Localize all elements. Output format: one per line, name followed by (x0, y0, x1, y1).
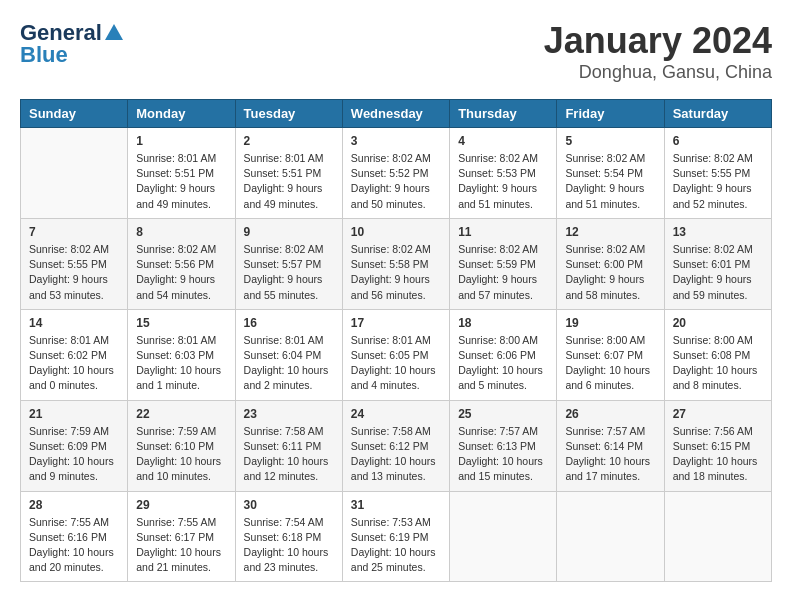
calendar-day-cell: 19Sunrise: 8:00 AM Sunset: 6:07 PM Dayli… (557, 309, 664, 400)
calendar-day-cell: 28Sunrise: 7:55 AM Sunset: 6:16 PM Dayli… (21, 491, 128, 582)
day-info: Sunrise: 8:02 AM Sunset: 5:58 PM Dayligh… (351, 242, 441, 303)
day-info: Sunrise: 8:02 AM Sunset: 5:55 PM Dayligh… (29, 242, 119, 303)
calendar-day-cell: 15Sunrise: 8:01 AM Sunset: 6:03 PM Dayli… (128, 309, 235, 400)
svg-marker-0 (105, 24, 123, 40)
day-info: Sunrise: 8:00 AM Sunset: 6:06 PM Dayligh… (458, 333, 548, 394)
day-info: Sunrise: 7:55 AM Sunset: 6:17 PM Dayligh… (136, 515, 226, 576)
weekday-header: Thursday (450, 100, 557, 128)
calendar-week-row: 28Sunrise: 7:55 AM Sunset: 6:16 PM Dayli… (21, 491, 772, 582)
weekday-header: Friday (557, 100, 664, 128)
day-info: Sunrise: 8:02 AM Sunset: 6:00 PM Dayligh… (565, 242, 655, 303)
day-info: Sunrise: 8:02 AM Sunset: 5:55 PM Dayligh… (673, 151, 763, 212)
calendar-day-cell: 20Sunrise: 8:00 AM Sunset: 6:08 PM Dayli… (664, 309, 771, 400)
calendar-day-cell: 14Sunrise: 8:01 AM Sunset: 6:02 PM Dayli… (21, 309, 128, 400)
day-info: Sunrise: 8:01 AM Sunset: 5:51 PM Dayligh… (244, 151, 334, 212)
day-info: Sunrise: 7:59 AM Sunset: 6:09 PM Dayligh… (29, 424, 119, 485)
day-number: 9 (244, 225, 334, 239)
calendar-week-row: 21Sunrise: 7:59 AM Sunset: 6:09 PM Dayli… (21, 400, 772, 491)
calendar-day-cell: 21Sunrise: 7:59 AM Sunset: 6:09 PM Dayli… (21, 400, 128, 491)
weekday-header: Wednesday (342, 100, 449, 128)
calendar-table: SundayMondayTuesdayWednesdayThursdayFrid… (20, 99, 772, 582)
day-number: 1 (136, 134, 226, 148)
calendar-day-cell: 13Sunrise: 8:02 AM Sunset: 6:01 PM Dayli… (664, 218, 771, 309)
day-number: 23 (244, 407, 334, 421)
calendar-week-row: 1Sunrise: 8:01 AM Sunset: 5:51 PM Daylig… (21, 128, 772, 219)
month-title: January 2024 (544, 20, 772, 62)
calendar-day-cell: 18Sunrise: 8:00 AM Sunset: 6:06 PM Dayli… (450, 309, 557, 400)
calendar-day-cell: 3Sunrise: 8:02 AM Sunset: 5:52 PM Daylig… (342, 128, 449, 219)
calendar-day-cell: 26Sunrise: 7:57 AM Sunset: 6:14 PM Dayli… (557, 400, 664, 491)
day-number: 4 (458, 134, 548, 148)
day-number: 19 (565, 316, 655, 330)
day-number: 31 (351, 498, 441, 512)
calendar-week-row: 14Sunrise: 8:01 AM Sunset: 6:02 PM Dayli… (21, 309, 772, 400)
calendar-day-cell: 25Sunrise: 7:57 AM Sunset: 6:13 PM Dayli… (450, 400, 557, 491)
day-info: Sunrise: 8:02 AM Sunset: 6:01 PM Dayligh… (673, 242, 763, 303)
day-number: 24 (351, 407, 441, 421)
calendar-day-cell: 9Sunrise: 8:02 AM Sunset: 5:57 PM Daylig… (235, 218, 342, 309)
day-info: Sunrise: 7:56 AM Sunset: 6:15 PM Dayligh… (673, 424, 763, 485)
calendar-day-cell: 10Sunrise: 8:02 AM Sunset: 5:58 PM Dayli… (342, 218, 449, 309)
weekday-header: Saturday (664, 100, 771, 128)
day-info: Sunrise: 7:55 AM Sunset: 6:16 PM Dayligh… (29, 515, 119, 576)
day-number: 27 (673, 407, 763, 421)
calendar-day-cell: 6Sunrise: 8:02 AM Sunset: 5:55 PM Daylig… (664, 128, 771, 219)
calendar-day-cell (450, 491, 557, 582)
day-info: Sunrise: 7:57 AM Sunset: 6:14 PM Dayligh… (565, 424, 655, 485)
day-number: 20 (673, 316, 763, 330)
logo: General Blue (20, 20, 126, 68)
logo-blue: Blue (20, 42, 68, 68)
calendar-day-cell: 8Sunrise: 8:02 AM Sunset: 5:56 PM Daylig… (128, 218, 235, 309)
calendar-day-cell: 31Sunrise: 7:53 AM Sunset: 6:19 PM Dayli… (342, 491, 449, 582)
day-info: Sunrise: 7:59 AM Sunset: 6:10 PM Dayligh… (136, 424, 226, 485)
day-number: 22 (136, 407, 226, 421)
day-number: 10 (351, 225, 441, 239)
calendar-day-cell: 5Sunrise: 8:02 AM Sunset: 5:54 PM Daylig… (557, 128, 664, 219)
day-info: Sunrise: 7:58 AM Sunset: 6:11 PM Dayligh… (244, 424, 334, 485)
day-number: 17 (351, 316, 441, 330)
calendar-day-cell (664, 491, 771, 582)
day-info: Sunrise: 8:01 AM Sunset: 6:05 PM Dayligh… (351, 333, 441, 394)
day-info: Sunrise: 7:54 AM Sunset: 6:18 PM Dayligh… (244, 515, 334, 576)
location-title: Donghua, Gansu, China (544, 62, 772, 83)
day-number: 8 (136, 225, 226, 239)
day-number: 3 (351, 134, 441, 148)
title-block: January 2024 Donghua, Gansu, China (544, 20, 772, 83)
day-info: Sunrise: 8:02 AM Sunset: 5:53 PM Dayligh… (458, 151, 548, 212)
day-number: 29 (136, 498, 226, 512)
day-info: Sunrise: 8:02 AM Sunset: 5:56 PM Dayligh… (136, 242, 226, 303)
day-info: Sunrise: 8:00 AM Sunset: 6:07 PM Dayligh… (565, 333, 655, 394)
weekday-header: Tuesday (235, 100, 342, 128)
calendar-day-cell: 27Sunrise: 7:56 AM Sunset: 6:15 PM Dayli… (664, 400, 771, 491)
calendar-day-cell (21, 128, 128, 219)
day-number: 21 (29, 407, 119, 421)
calendar-day-cell: 7Sunrise: 8:02 AM Sunset: 5:55 PM Daylig… (21, 218, 128, 309)
page-header: General Blue January 2024 Donghua, Gansu… (20, 20, 772, 83)
day-info: Sunrise: 7:53 AM Sunset: 6:19 PM Dayligh… (351, 515, 441, 576)
day-info: Sunrise: 7:58 AM Sunset: 6:12 PM Dayligh… (351, 424, 441, 485)
calendar-week-row: 7Sunrise: 8:02 AM Sunset: 5:55 PM Daylig… (21, 218, 772, 309)
weekday-header: Monday (128, 100, 235, 128)
day-number: 16 (244, 316, 334, 330)
logo-icon (103, 22, 125, 44)
day-info: Sunrise: 8:00 AM Sunset: 6:08 PM Dayligh… (673, 333, 763, 394)
day-info: Sunrise: 8:02 AM Sunset: 5:54 PM Dayligh… (565, 151, 655, 212)
day-number: 11 (458, 225, 548, 239)
day-number: 25 (458, 407, 548, 421)
day-number: 15 (136, 316, 226, 330)
calendar-day-cell: 30Sunrise: 7:54 AM Sunset: 6:18 PM Dayli… (235, 491, 342, 582)
calendar-day-cell: 11Sunrise: 8:02 AM Sunset: 5:59 PM Dayli… (450, 218, 557, 309)
day-number: 28 (29, 498, 119, 512)
calendar-day-cell: 1Sunrise: 8:01 AM Sunset: 5:51 PM Daylig… (128, 128, 235, 219)
day-number: 6 (673, 134, 763, 148)
day-number: 12 (565, 225, 655, 239)
calendar-day-cell: 24Sunrise: 7:58 AM Sunset: 6:12 PM Dayli… (342, 400, 449, 491)
day-number: 26 (565, 407, 655, 421)
calendar-day-cell: 23Sunrise: 7:58 AM Sunset: 6:11 PM Dayli… (235, 400, 342, 491)
calendar-day-cell: 12Sunrise: 8:02 AM Sunset: 6:00 PM Dayli… (557, 218, 664, 309)
day-info: Sunrise: 8:01 AM Sunset: 6:04 PM Dayligh… (244, 333, 334, 394)
calendar-day-cell: 16Sunrise: 8:01 AM Sunset: 6:04 PM Dayli… (235, 309, 342, 400)
day-info: Sunrise: 8:02 AM Sunset: 5:57 PM Dayligh… (244, 242, 334, 303)
day-info: Sunrise: 8:01 AM Sunset: 6:02 PM Dayligh… (29, 333, 119, 394)
day-number: 14 (29, 316, 119, 330)
